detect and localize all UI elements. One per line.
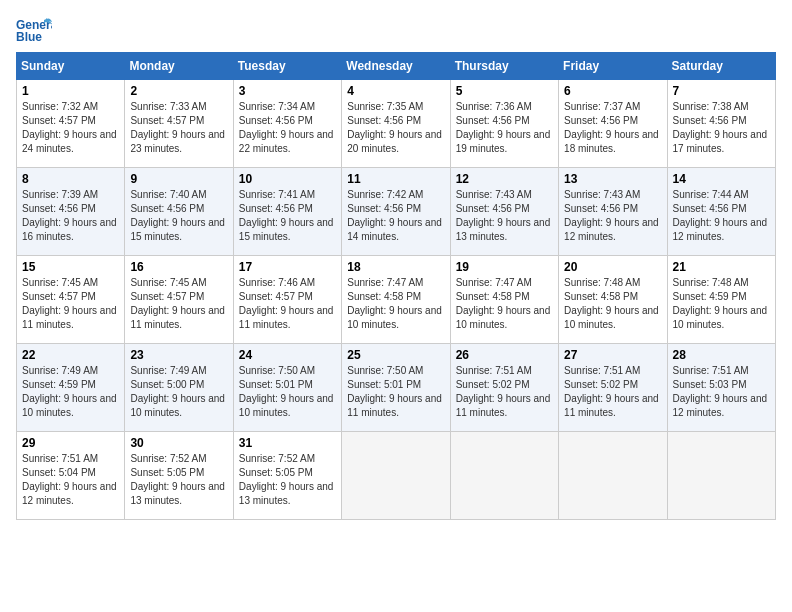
day-info: Sunrise: 7:45 AMSunset: 4:57 PMDaylight:… [130, 277, 225, 330]
weekday-sunday: Sunday [17, 53, 125, 80]
day-info: Sunrise: 7:42 AMSunset: 4:56 PMDaylight:… [347, 189, 442, 242]
day-info: Sunrise: 7:51 AMSunset: 5:03 PMDaylight:… [673, 365, 768, 418]
day-info: Sunrise: 7:35 AMSunset: 4:56 PMDaylight:… [347, 101, 442, 154]
calendar-cell: 10 Sunrise: 7:41 AMSunset: 4:56 PMDaylig… [233, 168, 341, 256]
day-number: 18 [347, 260, 444, 274]
day-info: Sunrise: 7:48 AMSunset: 4:58 PMDaylight:… [564, 277, 659, 330]
day-number: 12 [456, 172, 553, 186]
calendar-cell: 14 Sunrise: 7:44 AMSunset: 4:56 PMDaylig… [667, 168, 775, 256]
day-number: 4 [347, 84, 444, 98]
calendar-week-1: 1 Sunrise: 7:32 AMSunset: 4:57 PMDayligh… [17, 80, 776, 168]
calendar-cell: 3 Sunrise: 7:34 AMSunset: 4:56 PMDayligh… [233, 80, 341, 168]
day-number: 15 [22, 260, 119, 274]
calendar-table: SundayMondayTuesdayWednesdayThursdayFrid… [16, 52, 776, 520]
calendar-cell: 17 Sunrise: 7:46 AMSunset: 4:57 PMDaylig… [233, 256, 341, 344]
calendar-cell: 7 Sunrise: 7:38 AMSunset: 4:56 PMDayligh… [667, 80, 775, 168]
calendar-cell: 8 Sunrise: 7:39 AMSunset: 4:56 PMDayligh… [17, 168, 125, 256]
day-number: 26 [456, 348, 553, 362]
calendar-cell: 16 Sunrise: 7:45 AMSunset: 4:57 PMDaylig… [125, 256, 233, 344]
day-info: Sunrise: 7:49 AMSunset: 4:59 PMDaylight:… [22, 365, 117, 418]
day-number: 25 [347, 348, 444, 362]
calendar-week-5: 29 Sunrise: 7:51 AMSunset: 5:04 PMDaylig… [17, 432, 776, 520]
calendar-cell: 4 Sunrise: 7:35 AMSunset: 4:56 PMDayligh… [342, 80, 450, 168]
logo-icon: General Blue [16, 16, 52, 44]
day-info: Sunrise: 7:52 AMSunset: 5:05 PMDaylight:… [239, 453, 334, 506]
calendar-cell: 24 Sunrise: 7:50 AMSunset: 5:01 PMDaylig… [233, 344, 341, 432]
calendar-cell: 5 Sunrise: 7:36 AMSunset: 4:56 PMDayligh… [450, 80, 558, 168]
calendar-cell: 31 Sunrise: 7:52 AMSunset: 5:05 PMDaylig… [233, 432, 341, 520]
day-number: 31 [239, 436, 336, 450]
calendar-cell: 19 Sunrise: 7:47 AMSunset: 4:58 PMDaylig… [450, 256, 558, 344]
day-number: 27 [564, 348, 661, 362]
day-number: 16 [130, 260, 227, 274]
day-number: 13 [564, 172, 661, 186]
day-info: Sunrise: 7:50 AMSunset: 5:01 PMDaylight:… [239, 365, 334, 418]
weekday-friday: Friday [559, 53, 667, 80]
day-info: Sunrise: 7:41 AMSunset: 4:56 PMDaylight:… [239, 189, 334, 242]
day-number: 3 [239, 84, 336, 98]
calendar-cell: 15 Sunrise: 7:45 AMSunset: 4:57 PMDaylig… [17, 256, 125, 344]
day-info: Sunrise: 7:46 AMSunset: 4:57 PMDaylight:… [239, 277, 334, 330]
page-header: General Blue [16, 16, 776, 44]
day-info: Sunrise: 7:44 AMSunset: 4:56 PMDaylight:… [673, 189, 768, 242]
day-info: Sunrise: 7:47 AMSunset: 4:58 PMDaylight:… [347, 277, 442, 330]
day-info: Sunrise: 7:51 AMSunset: 5:04 PMDaylight:… [22, 453, 117, 506]
calendar-cell: 11 Sunrise: 7:42 AMSunset: 4:56 PMDaylig… [342, 168, 450, 256]
day-info: Sunrise: 7:38 AMSunset: 4:56 PMDaylight:… [673, 101, 768, 154]
calendar-cell [667, 432, 775, 520]
day-number: 1 [22, 84, 119, 98]
calendar-cell [450, 432, 558, 520]
day-info: Sunrise: 7:37 AMSunset: 4:56 PMDaylight:… [564, 101, 659, 154]
day-number: 30 [130, 436, 227, 450]
calendar-body: 1 Sunrise: 7:32 AMSunset: 4:57 PMDayligh… [17, 80, 776, 520]
weekday-tuesday: Tuesday [233, 53, 341, 80]
day-number: 10 [239, 172, 336, 186]
weekday-header-row: SundayMondayTuesdayWednesdayThursdayFrid… [17, 53, 776, 80]
calendar-cell: 25 Sunrise: 7:50 AMSunset: 5:01 PMDaylig… [342, 344, 450, 432]
calendar-cell: 12 Sunrise: 7:43 AMSunset: 4:56 PMDaylig… [450, 168, 558, 256]
calendar-cell: 30 Sunrise: 7:52 AMSunset: 5:05 PMDaylig… [125, 432, 233, 520]
weekday-saturday: Saturday [667, 53, 775, 80]
day-info: Sunrise: 7:52 AMSunset: 5:05 PMDaylight:… [130, 453, 225, 506]
calendar-cell: 21 Sunrise: 7:48 AMSunset: 4:59 PMDaylig… [667, 256, 775, 344]
day-info: Sunrise: 7:47 AMSunset: 4:58 PMDaylight:… [456, 277, 551, 330]
day-number: 19 [456, 260, 553, 274]
day-info: Sunrise: 7:39 AMSunset: 4:56 PMDaylight:… [22, 189, 117, 242]
day-number: 29 [22, 436, 119, 450]
svg-text:Blue: Blue [16, 30, 42, 44]
day-number: 22 [22, 348, 119, 362]
logo: General Blue [16, 16, 52, 44]
calendar-cell: 27 Sunrise: 7:51 AMSunset: 5:02 PMDaylig… [559, 344, 667, 432]
day-info: Sunrise: 7:50 AMSunset: 5:01 PMDaylight:… [347, 365, 442, 418]
day-number: 14 [673, 172, 770, 186]
day-info: Sunrise: 7:36 AMSunset: 4:56 PMDaylight:… [456, 101, 551, 154]
calendar-cell: 1 Sunrise: 7:32 AMSunset: 4:57 PMDayligh… [17, 80, 125, 168]
calendar-cell: 6 Sunrise: 7:37 AMSunset: 4:56 PMDayligh… [559, 80, 667, 168]
day-info: Sunrise: 7:45 AMSunset: 4:57 PMDaylight:… [22, 277, 117, 330]
day-number: 28 [673, 348, 770, 362]
calendar-cell [342, 432, 450, 520]
day-info: Sunrise: 7:43 AMSunset: 4:56 PMDaylight:… [564, 189, 659, 242]
day-number: 23 [130, 348, 227, 362]
day-number: 8 [22, 172, 119, 186]
day-number: 11 [347, 172, 444, 186]
day-info: Sunrise: 7:49 AMSunset: 5:00 PMDaylight:… [130, 365, 225, 418]
day-info: Sunrise: 7:51 AMSunset: 5:02 PMDaylight:… [456, 365, 551, 418]
day-number: 20 [564, 260, 661, 274]
day-number: 7 [673, 84, 770, 98]
day-info: Sunrise: 7:43 AMSunset: 4:56 PMDaylight:… [456, 189, 551, 242]
calendar-cell: 29 Sunrise: 7:51 AMSunset: 5:04 PMDaylig… [17, 432, 125, 520]
day-number: 24 [239, 348, 336, 362]
calendar-cell: 26 Sunrise: 7:51 AMSunset: 5:02 PMDaylig… [450, 344, 558, 432]
weekday-thursday: Thursday [450, 53, 558, 80]
day-number: 21 [673, 260, 770, 274]
calendar-cell: 18 Sunrise: 7:47 AMSunset: 4:58 PMDaylig… [342, 256, 450, 344]
day-info: Sunrise: 7:51 AMSunset: 5:02 PMDaylight:… [564, 365, 659, 418]
calendar-week-4: 22 Sunrise: 7:49 AMSunset: 4:59 PMDaylig… [17, 344, 776, 432]
calendar-cell [559, 432, 667, 520]
weekday-wednesday: Wednesday [342, 53, 450, 80]
calendar-cell: 20 Sunrise: 7:48 AMSunset: 4:58 PMDaylig… [559, 256, 667, 344]
day-info: Sunrise: 7:33 AMSunset: 4:57 PMDaylight:… [130, 101, 225, 154]
calendar-cell: 28 Sunrise: 7:51 AMSunset: 5:03 PMDaylig… [667, 344, 775, 432]
day-number: 2 [130, 84, 227, 98]
